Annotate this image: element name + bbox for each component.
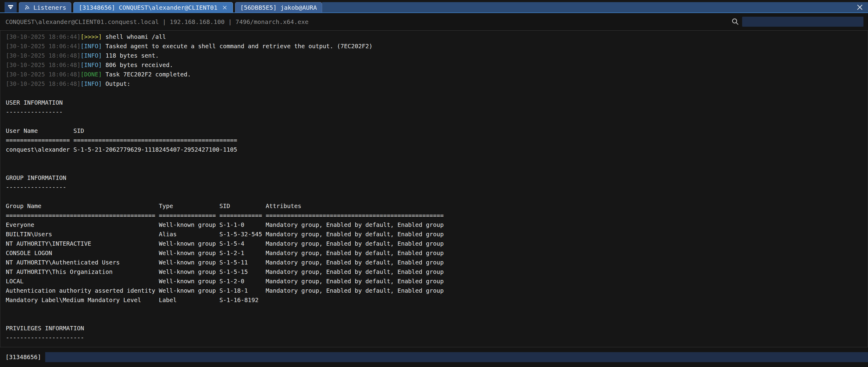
command-prompt-row: [31348656] [0, 347, 868, 367]
log-line: [30-10-2025 18:06:48][DONE] Task 7EC202F… [6, 70, 864, 79]
agent-info: CONQUEST\alexander@CLIENT01.conquest.loc… [5, 18, 308, 26]
command-input[interactable] [45, 352, 868, 362]
agent-header: CONQUEST\alexander@CLIENT01.conquest.loc… [0, 13, 868, 30]
log-line: [30-10-2025 18:06:44][INFO] Tasked agent… [6, 41, 864, 51]
prompt-label: [31348656] [5, 354, 41, 361]
broadcast-icon [24, 4, 30, 11]
search-input[interactable] [742, 17, 863, 27]
close-icon [856, 3, 864, 11]
log-line: [30-10-2025 18:06:48][INFO] 806 bytes re… [6, 60, 864, 70]
tab-label: Listeners [33, 4, 66, 11]
filter-button[interactable] [5, 2, 17, 12]
console-output-area[interactable]: [30-10-2025 18:06:44][>>>>] shell whoami… [0, 30, 868, 347]
titlebar-fill [322, 2, 868, 12]
tab-label: [31348656] CONQUEST\alexander@CLIENT01 [79, 4, 217, 11]
log-line: [30-10-2025 18:06:48][INFO] 118 bytes se… [6, 51, 864, 60]
task-log: [30-10-2025 18:06:44][>>>>] shell whoami… [6, 32, 864, 89]
tab-agent-31348656[interactable]: [31348656] CONQUEST\alexander@CLIENT01 [73, 2, 233, 12]
tab-agent-56dbb5e5[interactable]: [56DBB5E5] jakob@AURA [235, 2, 322, 12]
filter-icon [7, 4, 14, 11]
tab-bar: Listeners[31348656] CONQUEST\alexander@C… [0, 0, 868, 13]
log-line: [30-10-2025 18:06:48][INFO] Output: [6, 79, 864, 89]
search-icon[interactable] [731, 18, 739, 26]
tab-listeners[interactable]: Listeners [19, 2, 71, 12]
window-close-button[interactable] [856, 3, 864, 11]
tab-label: [56DBB5E5] jakob@AURA [240, 4, 317, 11]
command-output: USER INFORMATION ---------------- User N… [6, 89, 864, 342]
tab-close-icon[interactable] [222, 5, 228, 11]
search-area [731, 17, 863, 27]
tab-list: Listeners[31348656] CONQUEST\alexander@C… [17, 2, 322, 12]
log-line: [30-10-2025 18:06:44][>>>>] shell whoami… [6, 32, 864, 41]
